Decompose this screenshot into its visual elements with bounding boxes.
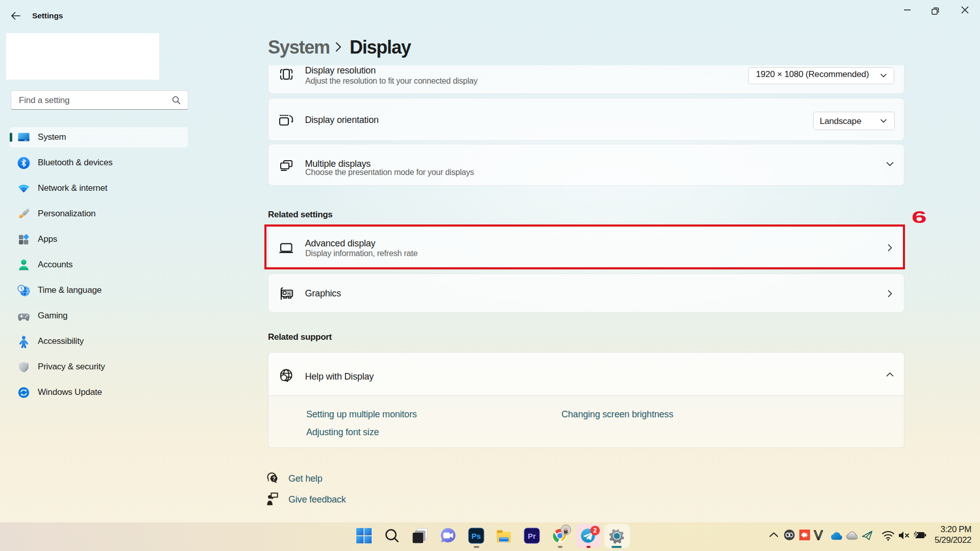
svg-text:Pr: Pr — [528, 532, 536, 540]
svg-text:2: 2 — [593, 527, 597, 534]
svg-text:Ps: Ps — [472, 532, 481, 540]
svg-text:?: ? — [272, 475, 275, 482]
